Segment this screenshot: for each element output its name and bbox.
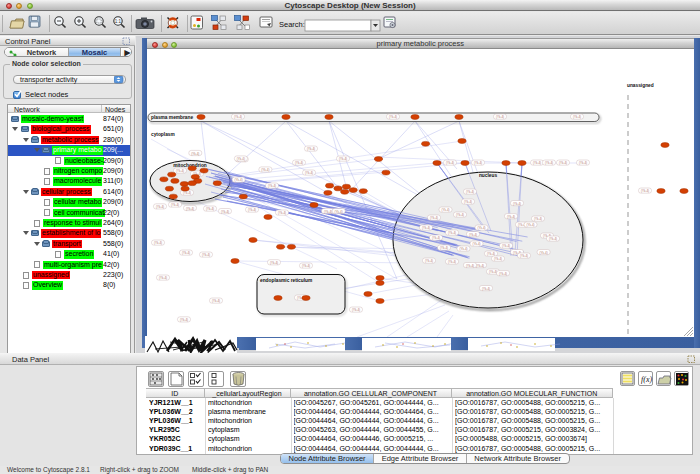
- svg-text:(Yk-4): (Yk-4): [559, 161, 567, 165]
- svg-text:(Yk-4): (Yk-4): [191, 151, 199, 155]
- svg-text:(Yk-4): (Yk-4): [459, 247, 467, 251]
- svg-text:(Yk-4): (Yk-4): [335, 209, 343, 213]
- svg-text:Search:: Search:: [279, 20, 305, 29]
- svg-text:(Yk-4): (Yk-4): [499, 271, 507, 275]
- svg-text:(Yk-4): (Yk-4): [573, 115, 581, 119]
- svg-text:(Yk-4): (Yk-4): [466, 263, 474, 267]
- svg-text:(Yk-4): (Yk-4): [268, 184, 276, 188]
- svg-text:(Yk-4): (Yk-4): [464, 200, 472, 204]
- svg-text:(Yk-4): (Yk-4): [305, 171, 313, 175]
- svg-text:(Yk-4): (Yk-4): [489, 270, 497, 274]
- svg-text:(Yk-4): (Yk-4): [302, 264, 310, 268]
- svg-text:(Yk-4): (Yk-4): [352, 308, 360, 312]
- svg-text:(Yk-4): (Yk-4): [180, 318, 188, 322]
- svg-text:(Yk-4): (Yk-4): [248, 208, 256, 212]
- svg-text:(Yk-4): (Yk-4): [186, 206, 194, 210]
- svg-text:(Yk-4): (Yk-4): [641, 189, 649, 193]
- svg-text:(Yk-4): (Yk-4): [183, 191, 191, 195]
- svg-text:(Yk-4): (Yk-4): [295, 161, 303, 165]
- svg-text:(Yk-4): (Yk-4): [202, 253, 210, 257]
- svg-text:(Yk-4): (Yk-4): [182, 251, 190, 255]
- svg-text:(Yk-4): (Yk-4): [154, 241, 162, 245]
- svg-text:(Yk-4): (Yk-4): [206, 207, 214, 211]
- svg-text:(Yk-4): (Yk-4): [430, 216, 438, 220]
- svg-text:1:1: 1:1: [115, 19, 122, 24]
- svg-text:(Yk-4): (Yk-4): [477, 226, 485, 230]
- svg-text:(Yk-4): (Yk-4): [472, 242, 480, 246]
- svg-text:(Yk-4): (Yk-4): [533, 161, 541, 165]
- svg-text:(Yk-4): (Yk-4): [235, 178, 243, 182]
- svg-text:(Yk-4): (Yk-4): [540, 250, 548, 254]
- svg-text:(Yk-4): (Yk-4): [507, 214, 515, 218]
- svg-text:(Yk-4): (Yk-4): [234, 115, 242, 119]
- svg-text:(Yk-4): (Yk-4): [494, 257, 502, 261]
- svg-text:(Yk-4): (Yk-4): [496, 115, 504, 119]
- svg-text:(Yk-4): (Yk-4): [441, 208, 449, 212]
- svg-text:(Yk-4): (Yk-4): [221, 209, 229, 213]
- svg-text:(Yk-4): (Yk-4): [487, 252, 495, 256]
- svg-text:(Yk-4): (Yk-4): [324, 209, 332, 213]
- svg-text:(Yk-4): (Yk-4): [545, 161, 553, 165]
- svg-text:(Yk-4): (Yk-4): [237, 157, 245, 161]
- svg-text:(Yk-4): (Yk-4): [425, 259, 433, 263]
- svg-text:endoplasmic reticulum: endoplasmic reticulum: [260, 278, 312, 283]
- svg-text:f(x): f(x): [641, 375, 652, 384]
- svg-text:(Yk-4): (Yk-4): [476, 263, 484, 267]
- svg-text:(Yk-4): (Yk-4): [171, 203, 179, 207]
- svg-text:(Yk-4): (Yk-4): [513, 201, 521, 205]
- svg-text:(Yk-4): (Yk-4): [520, 254, 528, 258]
- svg-text:(Yk-4): (Yk-4): [261, 168, 269, 172]
- svg-text:(Yk-4): (Yk-4): [389, 115, 397, 119]
- svg-text:(Yk-4): (Yk-4): [422, 226, 430, 230]
- svg-text:(Yk-4): (Yk-4): [156, 205, 164, 209]
- svg-text:(Yk-4): (Yk-4): [448, 260, 456, 264]
- svg-text:nucleus: nucleus: [479, 173, 497, 178]
- svg-text:(Yk-4): (Yk-4): [549, 237, 557, 241]
- svg-text:(Yk-4): (Yk-4): [482, 286, 490, 290]
- svg-text:(Yk-4): (Yk-4): [339, 157, 347, 161]
- svg-text:(Yk-4): (Yk-4): [278, 211, 286, 215]
- svg-text:(Yk-4): (Yk-4): [440, 246, 448, 250]
- svg-text:(Yk-4): (Yk-4): [466, 190, 474, 194]
- svg-text:cytoplasm: cytoplasm: [151, 132, 175, 137]
- svg-text:(Yk-4): (Yk-4): [159, 276, 167, 280]
- svg-text:(Yk-4): (Yk-4): [456, 213, 464, 217]
- svg-text:(Yk-4): (Yk-4): [469, 232, 477, 236]
- svg-text:(Yk-4): (Yk-4): [526, 223, 534, 227]
- svg-text:(Yk-4): (Yk-4): [307, 147, 315, 151]
- svg-text:(Yk-4): (Yk-4): [448, 231, 456, 235]
- svg-text:unassigned: unassigned: [627, 83, 654, 88]
- svg-text:(Yk-4): (Yk-4): [502, 244, 510, 248]
- svg-text:(Yk-4): (Yk-4): [446, 161, 454, 165]
- svg-text:(Yk-4): (Yk-4): [432, 236, 440, 240]
- svg-text:(Yk-4): (Yk-4): [176, 169, 184, 173]
- svg-text:(Yk-4): (Yk-4): [212, 299, 220, 303]
- svg-text:(Yk-4): (Yk-4): [474, 161, 482, 165]
- svg-text:(Yk-4): (Yk-4): [270, 261, 278, 265]
- svg-text:plasma membrane: plasma membrane: [151, 115, 193, 120]
- svg-text:(Yk-4): (Yk-4): [534, 217, 542, 221]
- svg-text:(Yk-4): (Yk-4): [579, 161, 587, 165]
